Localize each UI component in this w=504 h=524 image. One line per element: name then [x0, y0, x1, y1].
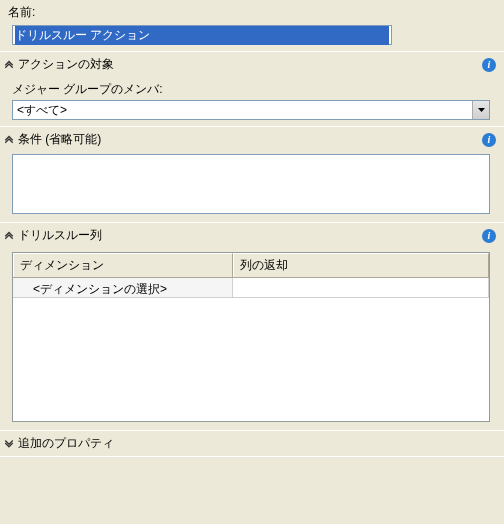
- collapse-icon: [4, 134, 14, 146]
- section-condition-header[interactable]: 条件 (省略可能) i: [0, 126, 504, 152]
- return-cell[interactable]: [233, 278, 489, 298]
- info-icon[interactable]: i: [482, 58, 496, 72]
- columns-grid[interactable]: ディメンション 列の返却 <ディメンションの選択>: [12, 252, 490, 422]
- expand-icon: [4, 438, 14, 450]
- section-columns-title: ドリルスルー列: [18, 227, 482, 244]
- member-label: メジャー グループのメンバ:: [0, 77, 504, 100]
- name-label: 名前:: [0, 0, 504, 23]
- info-icon[interactable]: i: [482, 133, 496, 147]
- info-icon[interactable]: i: [482, 229, 496, 243]
- grid-header: ディメンション 列の返却: [13, 253, 489, 278]
- section-target-header[interactable]: アクションの対象 i: [0, 51, 504, 77]
- table-row[interactable]: <ディメンションの選択>: [13, 278, 489, 298]
- collapse-icon: [4, 230, 14, 242]
- dimension-cell[interactable]: <ディメンションの選択>: [13, 278, 233, 298]
- section-condition-title: 条件 (省略可能): [18, 131, 482, 148]
- name-input-value: ドリルスルー アクション: [15, 26, 389, 45]
- condition-textarea[interactable]: [12, 154, 490, 214]
- dropdown-button[interactable]: [472, 101, 489, 119]
- section-extra-header[interactable]: 追加のプロパティ: [0, 430, 504, 456]
- header-return[interactable]: 列の返却: [233, 253, 489, 277]
- footer-spacer: [0, 456, 504, 496]
- measure-group-value: <すべて>: [13, 102, 472, 119]
- section-extra-title: 追加のプロパティ: [18, 435, 496, 452]
- svg-marker-0: [478, 108, 485, 112]
- section-columns-header[interactable]: ドリルスルー列 i: [0, 222, 504, 248]
- name-input[interactable]: ドリルスルー アクション: [12, 25, 392, 45]
- measure-group-select[interactable]: <すべて>: [12, 100, 490, 120]
- header-dimension[interactable]: ディメンション: [13, 253, 233, 277]
- section-target-title: アクションの対象: [18, 56, 482, 73]
- collapse-icon: [4, 59, 14, 71]
